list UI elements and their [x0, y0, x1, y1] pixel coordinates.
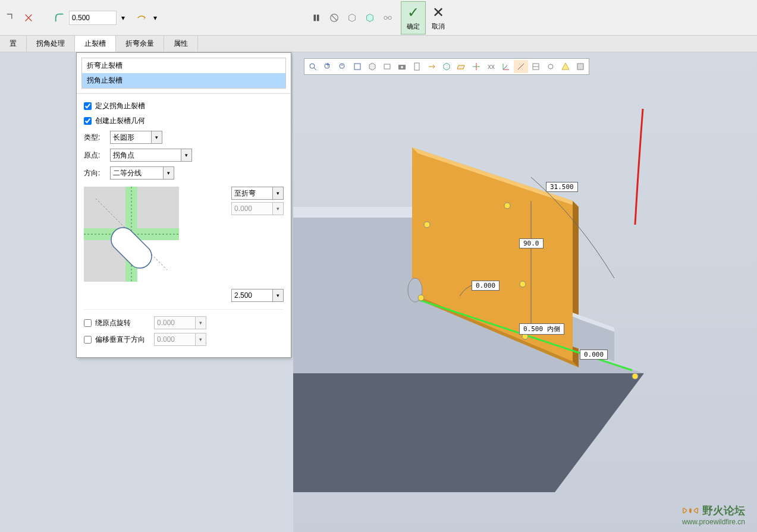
- direction-dd-btn[interactable]: ▾: [164, 166, 174, 180]
- warn-icon[interactable]: [558, 60, 573, 73]
- csys-icon[interactable]: [499, 60, 513, 73]
- origin-input[interactable]: [110, 149, 181, 162]
- type-label: 类型:: [84, 133, 105, 143]
- dim-zero2[interactable]: 0.000: [580, 350, 608, 360]
- offset-perp-input[interactable]: [154, 333, 196, 346]
- tab-relief[interactable]: 止裂槽: [75, 36, 116, 52]
- cube-icon[interactable]: [365, 60, 379, 73]
- svg-marker-37: [293, 373, 644, 492]
- tab-allowance[interactable]: 折弯余量: [116, 36, 164, 52]
- radius-value-input[interactable]: [69, 11, 117, 25]
- box-plus-icon[interactable]: [439, 60, 454, 73]
- svg-point-5: [388, 16, 391, 19]
- rotate-input[interactable]: [154, 316, 196, 329]
- bend-relief-item[interactable]: 折弯止裂槽: [82, 58, 285, 73]
- offset-perp-checkbox[interactable]: [84, 336, 92, 344]
- type-dropdown[interactable]: ▾: [110, 131, 162, 144]
- bottom-checks: 绕原点旋转 ▾ 偏移垂直于方向 ▾: [84, 309, 284, 352]
- tab-corner[interactable]: 拐角处理: [27, 36, 75, 52]
- dim-zero1[interactable]: 0.000: [472, 281, 500, 291]
- origin-dropdown[interactable]: ▾: [110, 149, 192, 162]
- zoom-fit-icon[interactable]: [306, 60, 320, 73]
- svg-rect-21: [354, 64, 360, 70]
- svg-point-15: [310, 64, 315, 68]
- confirm-group: ✓ 确定 ✕ 取消: [401, 1, 451, 34]
- diagram-section: ▾ ▾: [84, 182, 284, 287]
- direction-label: 方向:: [84, 168, 105, 178]
- tab-placement[interactable]: 置: [0, 36, 27, 52]
- cancel-label: 取消: [432, 22, 445, 31]
- slot-input-group[interactable]: ▾: [231, 289, 284, 302]
- svg-text:+: +: [326, 62, 330, 69]
- extent-dropdown[interactable]: ▾: [231, 187, 284, 200]
- tab-bar: 置 拐角处理 止裂槽 折弯余量 属性: [0, 36, 757, 52]
- viewport-3d[interactable]: + - xx: [293, 52, 757, 532]
- glasses-tool[interactable]: [379, 10, 396, 26]
- offset-perp-input-group[interactable]: ▾: [154, 333, 206, 346]
- tab-properties[interactable]: 属性: [164, 36, 198, 52]
- gear-icon[interactable]: [544, 60, 558, 73]
- svg-text:-: -: [341, 62, 343, 69]
- mesh-icon[interactable]: [529, 60, 543, 73]
- display-icon[interactable]: [380, 60, 394, 73]
- sketch-tool-2[interactable]: [20, 10, 37, 26]
- create-checkbox[interactable]: [84, 117, 92, 125]
- rotate-input-group[interactable]: ▾: [154, 316, 206, 329]
- zoom-out-icon[interactable]: -: [335, 60, 350, 73]
- define-checkbox[interactable]: [84, 102, 92, 110]
- rotate-checkbox[interactable]: [84, 319, 92, 327]
- type-input[interactable]: [110, 131, 152, 144]
- relief-list: 折弯止裂槽 拐角止裂槽: [77, 53, 291, 94]
- top-toolbar: ▾ ▾ ✓ 确定 ✕ 取消: [0, 0, 757, 36]
- no-tool[interactable]: [326, 10, 343, 26]
- middle-tools: [308, 10, 396, 26]
- direction-dropdown[interactable]: ▾: [110, 166, 174, 180]
- svg-point-35: [548, 64, 553, 69]
- model-render: [293, 52, 757, 528]
- svg-line-16: [314, 68, 316, 70]
- sketch-tool-1[interactable]: [2, 10, 19, 26]
- dim-radius[interactable]: 0.500 内侧: [519, 323, 564, 335]
- dim-angle[interactable]: 90.0: [519, 238, 544, 248]
- axis1-icon[interactable]: [469, 60, 483, 73]
- arrow-icon[interactable]: [425, 60, 439, 73]
- value-dropdown-btn[interactable]: ▾: [118, 10, 128, 26]
- flip-tool[interactable]: [133, 10, 150, 26]
- rotate-spin[interactable]: ▾: [196, 316, 206, 329]
- box-tool-2[interactable]: [362, 10, 378, 26]
- box-tool-1[interactable]: [344, 10, 360, 26]
- offset-input-group[interactable]: ▾: [231, 202, 284, 215]
- plane-icon[interactable]: [454, 60, 469, 73]
- flip-dropdown[interactable]: ▾: [151, 10, 159, 26]
- offset-input[interactable]: [231, 202, 273, 215]
- tree-icon[interactable]: [514, 60, 528, 73]
- corner-relief-item[interactable]: 拐角止裂槽: [82, 73, 285, 88]
- zoom-in-icon[interactable]: +: [321, 60, 335, 73]
- watermark-cn: 野火论坛: [702, 503, 745, 518]
- slot-input[interactable]: [231, 289, 273, 302]
- offset-perp-spin[interactable]: ▾: [196, 333, 206, 346]
- type-dd-btn[interactable]: ▾: [152, 131, 162, 144]
- offset-spin[interactable]: ▾: [273, 202, 284, 215]
- bend-icon[interactable]: [51, 10, 68, 26]
- pause-tool[interactable]: [308, 10, 325, 26]
- origin-dd-btn[interactable]: ▾: [181, 149, 192, 162]
- watermark: 野火论坛 www.proewildfire.cn: [681, 503, 745, 526]
- axis2-icon[interactable]: xx: [484, 60, 498, 73]
- svg-rect-25: [414, 63, 419, 70]
- check-icon: ✓: [407, 4, 419, 21]
- page-icon[interactable]: [410, 60, 424, 73]
- confirm-button[interactable]: ✓ 确定: [401, 1, 426, 34]
- create-label: 创建止裂槽几何: [95, 116, 145, 126]
- stop-icon[interactable]: [573, 60, 588, 73]
- extent-dd-btn[interactable]: ▾: [273, 187, 284, 200]
- camera-icon[interactable]: [395, 60, 409, 73]
- property-panel: 折弯止裂槽 拐角止裂槽 定义拐角止裂槽 创建止裂槽几何 类型: ▾ 原点: ▾: [76, 52, 291, 358]
- direction-input[interactable]: [110, 166, 164, 180]
- slot-spin[interactable]: ▾: [273, 289, 284, 302]
- cancel-button[interactable]: ✕ 取消: [426, 1, 451, 34]
- extent-input[interactable]: [231, 187, 273, 200]
- dim-width[interactable]: 31.500: [546, 182, 578, 192]
- type-row: 类型: ▾: [84, 128, 284, 146]
- refit-icon[interactable]: [350, 60, 365, 73]
